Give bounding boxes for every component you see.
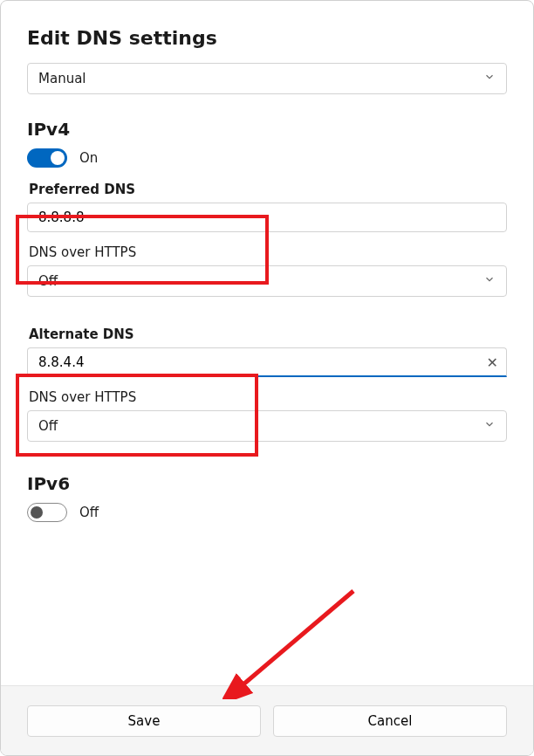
ipv4-toggle-label: On <box>79 150 98 166</box>
mode-select[interactable]: Manual <box>27 63 507 94</box>
alternate-dns-input[interactable] <box>27 347 507 377</box>
doh1-select-value: Off <box>38 273 58 289</box>
doh1-select[interactable]: Off <box>27 265 507 297</box>
save-button[interactable]: Save <box>27 705 261 737</box>
arrow-annotation <box>222 586 362 699</box>
clear-icon[interactable]: ✕ <box>487 354 498 371</box>
ipv6-heading: IPv6 <box>27 473 507 494</box>
doh2-select-value: Off <box>38 418 58 434</box>
doh1-label: DNS over HTTPS <box>29 244 507 260</box>
preferred-dns-input[interactable] <box>27 203 507 232</box>
doh2-select[interactable]: Off <box>27 410 507 442</box>
ipv4-toggle[interactable] <box>27 148 67 168</box>
ipv4-heading: IPv4 <box>27 119 507 140</box>
svg-line-1 <box>238 591 353 689</box>
chevron-down-icon <box>483 418 496 434</box>
chevron-down-icon <box>483 71 496 86</box>
cancel-button[interactable]: Cancel <box>273 705 507 737</box>
mode-select-value: Manual <box>38 71 86 86</box>
dialog-title: Edit DNS settings <box>27 27 507 49</box>
ipv6-toggle-label: Off <box>79 505 99 520</box>
preferred-dns-label: Preferred DNS <box>29 182 507 197</box>
doh2-label: DNS over HTTPS <box>29 389 507 405</box>
chevron-down-icon <box>483 273 496 289</box>
alternate-dns-label: Alternate DNS <box>29 326 507 342</box>
ipv6-toggle[interactable] <box>27 503 67 522</box>
dialog-footer: Save Cancel <box>1 685 533 755</box>
